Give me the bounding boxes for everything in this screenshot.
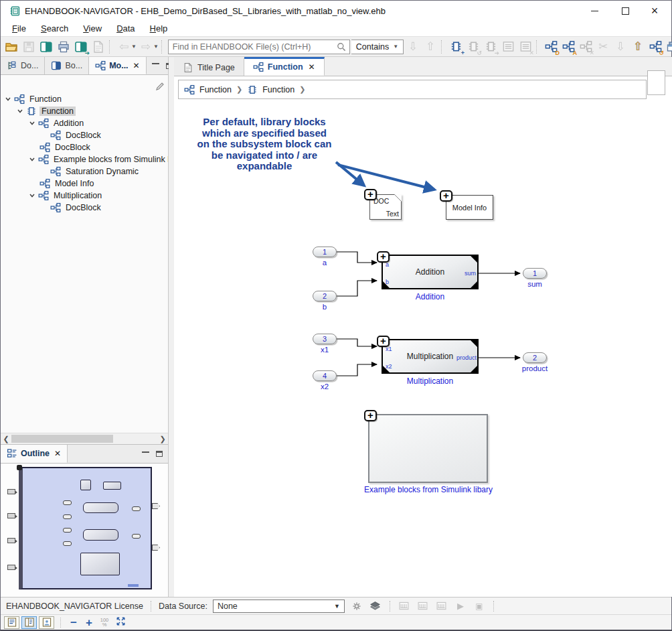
tree-item-model-info[interactable]: Model Info — [1, 178, 168, 190]
sync-model-button[interactable]: ➜ — [483, 39, 499, 55]
next-result-button[interactable]: ⇩ — [405, 39, 421, 55]
menu-view[interactable]: View — [77, 22, 108, 35]
open-handbook-button[interactable] — [38, 39, 54, 55]
inport-2[interactable]: 2 — [313, 291, 337, 301]
open-file-button[interactable] — [3, 39, 19, 55]
scroll-left-icon[interactable]: ❮ — [1, 435, 11, 443]
outport-2[interactable]: 2 — [523, 352, 547, 363]
navigate-forward-button[interactable]: ⇨ — [138, 39, 154, 55]
tree-item-function[interactable]: Function — [1, 105, 168, 117]
navigate-back-button[interactable]: ⇦ — [116, 39, 132, 55]
tree-item-addition[interactable]: Addition — [1, 117, 168, 129]
data-layers-button[interactable] — [369, 600, 382, 613]
outport-1[interactable]: 1 — [523, 268, 547, 279]
minimize-panel-icon[interactable] — [142, 451, 149, 453]
close-icon[interactable]: ✕ — [54, 449, 61, 458]
person-view-button[interactable] — [39, 616, 54, 629]
clear-list-button[interactable]: ✕ — [517, 39, 533, 55]
tree-item-saturation-dynamic[interactable]: Saturation Dynamic — [1, 165, 168, 178]
tab-title-page[interactable]: Title Page — [174, 57, 244, 76]
chevron-right-icon[interactable]: ❯ — [236, 85, 242, 94]
zoom-in-button[interactable]: + — [82, 617, 96, 628]
menu-file[interactable]: File — [6, 22, 32, 35]
tab-bookmarks[interactable]: Bo... — [45, 57, 89, 74]
example-blocks-block[interactable] — [368, 414, 488, 483]
search-input[interactable] — [169, 42, 336, 52]
chevron-right-icon[interactable]: ❯ — [299, 85, 305, 94]
expand-model-button[interactable]: + — [448, 39, 464, 55]
previous-result-button[interactable]: ⇧ — [422, 39, 438, 55]
tree-item-function-root[interactable]: Function — [1, 93, 168, 105]
chevron-down-icon[interactable] — [5, 96, 11, 102]
expand-badge[interactable]: + — [440, 190, 452, 202]
zoom-100-button[interactable]: 100 % — [98, 618, 111, 627]
expand-badge[interactable]: + — [377, 251, 390, 263]
minimize-button[interactable] — [579, 1, 610, 21]
breadcrumb-item-function[interactable]: Function — [262, 85, 295, 94]
split-view-button[interactable] — [21, 616, 37, 629]
close-icon[interactable]: ✕ — [133, 61, 140, 70]
hide-labels-button[interactable]: ✕ — [578, 39, 594, 55]
chevron-down-icon[interactable] — [29, 192, 35, 199]
tree-item-multiplication[interactable]: Multiplication — [1, 190, 168, 202]
menu-data[interactable]: Data — [110, 22, 141, 35]
single-page-view-button[interactable] — [4, 616, 19, 629]
canvas-overview-button[interactable] — [647, 70, 665, 95]
pdf-export-button[interactable] — [90, 39, 106, 55]
fit-to-view-button[interactable] — [113, 616, 128, 628]
close-button[interactable]: × — [639, 1, 670, 21]
step-out-button[interactable]: ⇧ — [630, 39, 646, 55]
chevron-down-icon[interactable] — [29, 120, 35, 127]
outline-minimap[interactable] — [1, 464, 168, 597]
show-data-labels-button[interactable]: D — [543, 39, 559, 55]
edit-icon[interactable] — [155, 81, 165, 92]
inport-1[interactable]: 1 — [313, 247, 337, 257]
model-history-button[interactable]: ↺ — [647, 39, 663, 55]
tree-item-docblock-1[interactable]: DocBlock — [1, 129, 168, 141]
expand-badge[interactable]: + — [364, 189, 377, 200]
scrollbar-track[interactable] — [11, 433, 157, 444]
addition-block[interactable]: a b sum Addition — [382, 255, 479, 289]
tab-function[interactable]: Function ✕ — [244, 57, 325, 76]
step-into-button[interactable]: ⇩ — [612, 39, 628, 55]
panel-splitter[interactable] — [169, 57, 174, 597]
maximize-button[interactable] — [610, 1, 641, 21]
multiplication-block[interactable]: x1 x2 product Multiplication — [382, 339, 479, 374]
minimize-panel-icon[interactable] — [152, 63, 159, 64]
list-view-button[interactable] — [500, 39, 516, 55]
tree-item-docblock-2[interactable]: DocBlock — [1, 141, 168, 153]
zoom-out-button[interactable]: − — [67, 617, 80, 628]
tab-outline[interactable]: Outline ✕ — [1, 445, 68, 463]
print-button[interactable] — [56, 39, 72, 55]
stop-button[interactable]: ▣ — [473, 600, 486, 613]
forward-history-dropdown[interactable]: ▼ — [153, 44, 159, 50]
export-handbook-button[interactable]: ➜ — [73, 39, 89, 55]
measure-config-button[interactable] — [435, 600, 448, 613]
inport-3[interactable]: 3 — [313, 334, 337, 344]
show-annotation-labels-button[interactable]: A — [560, 39, 576, 55]
tree-item-example-blocks[interactable]: Example blocks from Simulink lib — [1, 153, 168, 165]
contains-dropdown[interactable]: Contains ▼ — [351, 40, 404, 54]
tree-horizontal-scrollbar[interactable]: ❮ ❯ — [1, 433, 168, 444]
expand-badge[interactable]: + — [364, 410, 377, 421]
play-button[interactable]: ▶ — [454, 600, 467, 613]
measure-tool-button[interactable] — [398, 600, 411, 613]
expand-badge[interactable]: + — [377, 336, 390, 347]
tab-document[interactable]: Do... — [1, 57, 45, 74]
chevron-down-icon[interactable] — [17, 108, 23, 115]
data-source-select[interactable]: None ▼ — [213, 600, 345, 613]
chevron-down-icon[interactable] — [29, 156, 35, 163]
collapse-model-button[interactable]: ↺ — [465, 39, 481, 55]
menu-help[interactable]: Help — [144, 22, 174, 35]
model-canvas[interactable]: Per default, library blocks which are sp… — [174, 100, 672, 597]
breadcrumb-item-function-root[interactable]: Function — [199, 85, 232, 94]
model-info-block[interactable]: Model Info — [446, 195, 493, 220]
scroll-right-icon[interactable]: ❯ — [157, 435, 168, 443]
scrollbar-thumb[interactable] — [11, 435, 113, 443]
menu-search[interactable]: Search — [35, 22, 74, 35]
maximize-panel-icon[interactable] — [156, 451, 163, 457]
settings-button[interactable] — [350, 600, 363, 613]
inport-4[interactable]: 4 — [313, 370, 337, 381]
tree-item-docblock-3[interactable]: DocBlock — [1, 202, 168, 214]
measure-clear-button[interactable] — [416, 600, 430, 613]
